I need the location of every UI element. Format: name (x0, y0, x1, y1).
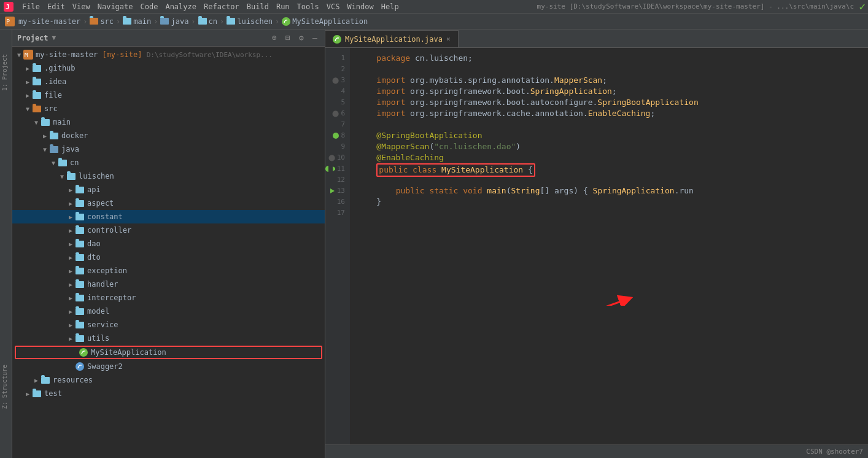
dao-arrow (66, 239, 75, 248)
list-item[interactable]: interceptor (12, 291, 325, 305)
menu-vcs[interactable]: VCS (323, 1, 344, 12)
line-num-9: 9 (325, 141, 345, 152)
java-label: java (61, 145, 79, 153)
structure-tab-label[interactable]: Z: Structure (1, 365, 8, 409)
list-item[interactable]: utils (12, 332, 325, 345)
breadcrumb-src[interactable]: src (90, 17, 114, 26)
list-item[interactable]: handler (12, 278, 325, 291)
code-line-11: public class MySiteApplication { (357, 163, 861, 174)
breadcrumb-cn[interactable]: cn (198, 17, 217, 26)
settings-icon[interactable]: ⚙ (296, 33, 306, 43)
folder-dto-icon (75, 252, 85, 262)
main-layout: 1: Project Z: Structure Project ▼ ⊕ ⊟ ⚙ … (0, 29, 868, 458)
hide-icon[interactable]: — (310, 33, 320, 43)
line-num-12: 12 (325, 174, 345, 185)
menu-file[interactable]: File (18, 1, 44, 12)
list-item[interactable]: controller (12, 223, 325, 237)
menu-help[interactable]: Help (378, 1, 403, 12)
collapse-icon[interactable]: ⊟ (283, 33, 293, 43)
line-num-10: ⬤10 (325, 152, 345, 163)
list-item[interactable]: exception (12, 264, 325, 278)
code-area[interactable]: 1 2 ⬤3 4 5 ⬤6 7 8 9 ⬤10 (325, 48, 868, 444)
editor-wrapper: MySiteApplication.java × 1 2 ⬤3 4 5 ⬤6 (325, 29, 868, 458)
sync-icon: ✓ (859, 0, 866, 13)
folder-file-icon (32, 90, 42, 100)
code-line-8: @SpringBootApplication (357, 130, 861, 141)
list-item[interactable]: java (12, 142, 325, 156)
list-item[interactable]: .idea (12, 75, 325, 88)
menu-refactor[interactable]: Refactor (200, 1, 243, 12)
code-content[interactable]: package cn.luischen; import org.mybatis.… (350, 48, 868, 444)
swagger-arrow (66, 362, 75, 371)
folder-constant-icon (75, 212, 85, 222)
aspect-arrow (66, 199, 75, 208)
constant-label: constant (87, 212, 123, 221)
menu-build[interactable]: Build (243, 1, 273, 12)
model-label: model (87, 307, 109, 316)
folder-utils-icon (75, 333, 85, 343)
list-item[interactable]: dto (12, 250, 325, 264)
list-item[interactable]: .github (12, 61, 325, 75)
editor-area: MySiteApplication.java × 1 2 ⬤3 4 5 ⬤6 (325, 29, 868, 444)
mysite-application-item[interactable]: MySiteApplication (15, 346, 322, 359)
file-tree[interactable]: M my-site-master [my-site] D:\studySoftw… (12, 47, 325, 458)
list-item[interactable]: test (12, 387, 325, 400)
folder-resources-icon (41, 375, 50, 385)
locate-icon[interactable]: ⊕ (269, 33, 279, 43)
dto-arrow (66, 253, 75, 262)
run-play-icon-11[interactable] (331, 166, 335, 172)
line-num-17: 17 (325, 208, 345, 219)
line-num-1: 1 (325, 53, 345, 64)
list-item[interactable]: docker (12, 129, 325, 142)
list-item[interactable]: service (12, 318, 325, 332)
breadcrumb-luischen[interactable]: luischen (227, 17, 273, 26)
menu-tools[interactable]: Tools (293, 1, 323, 12)
cn-arrow (49, 158, 58, 167)
list-item[interactable]: api (12, 183, 325, 196)
list-item[interactable]: dao (12, 237, 325, 250)
menu-analyze[interactable]: Analyze (161, 1, 200, 12)
menu-window[interactable]: Window (343, 1, 377, 12)
menu-run[interactable]: Run (273, 1, 293, 12)
handler-label: handler (87, 280, 118, 289)
menu-navigate[interactable]: Navigate (94, 1, 137, 12)
interceptor-label: interceptor (87, 293, 136, 302)
src-arrow (23, 104, 32, 113)
breadcrumb-root[interactable]: my-site-master (18, 17, 80, 26)
tab-mysite[interactable]: MySiteApplication.java × (325, 30, 459, 47)
menu-view[interactable]: View (69, 1, 94, 12)
swagger-label: Swagger2 (87, 362, 123, 371)
breadcrumb-mysite[interactable]: MySiteApplication (282, 17, 368, 26)
svg-point-9 (333, 35, 341, 44)
list-item[interactable]: cn (12, 156, 325, 169)
interceptor-arrow (66, 293, 75, 302)
run-play-icon-13[interactable] (329, 188, 335, 194)
list-item[interactable]: file (12, 88, 325, 102)
menu-code[interactable]: Code (137, 1, 162, 12)
idea-arrow (23, 77, 32, 86)
list-item[interactable]: Swagger2 (12, 360, 325, 373)
panel-dropdown[interactable]: ▼ (52, 34, 56, 42)
breadcrumb-java[interactable]: java (160, 17, 188, 26)
red-box-annotation: public class MySiteApplication { (376, 163, 535, 177)
folder-docker-icon (49, 131, 59, 141)
idea-label: .idea (44, 77, 66, 86)
code-line-13: public static void main(String[] args) {… (357, 185, 861, 196)
project-tab-label[interactable]: 1: Project (1, 54, 8, 91)
breadcrumb-main[interactable]: main (123, 17, 151, 26)
folder-java-tree-icon (49, 144, 59, 154)
folder-controller-icon (75, 225, 85, 235)
list-item[interactable]: constant (12, 210, 325, 223)
cn-label: cn (70, 158, 79, 167)
menu-edit[interactable]: Edit (44, 1, 69, 12)
list-item[interactable]: src (12, 102, 325, 115)
tab-close-button[interactable]: × (446, 35, 451, 43)
list-item[interactable]: aspect (12, 196, 325, 210)
tree-root[interactable]: M my-site-master [my-site] D:\studySoftw… (12, 48, 325, 61)
code-line-9: @MapperScan("cn.luischen.dao") (357, 141, 861, 152)
model-arrow (66, 307, 75, 316)
list-item[interactable]: model (12, 305, 325, 318)
list-item[interactable]: resources (12, 373, 325, 387)
list-item[interactable]: luischen (12, 169, 325, 183)
list-item[interactable]: main (12, 115, 325, 129)
